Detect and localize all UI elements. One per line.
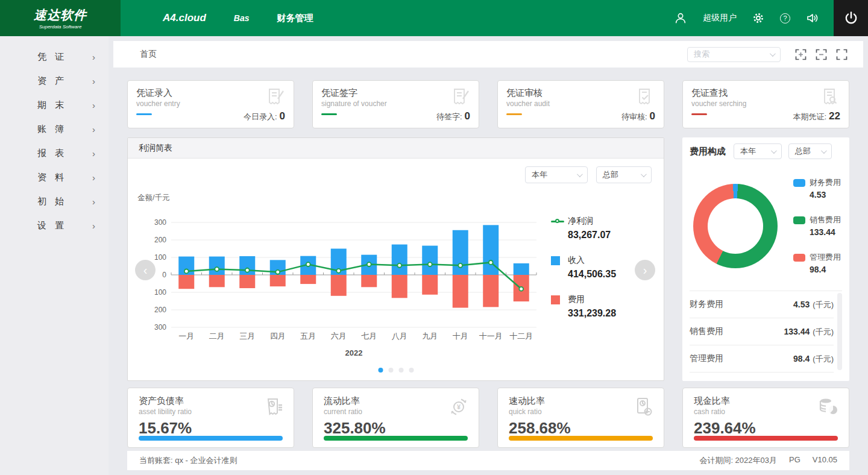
settings-gear-icon[interactable] (752, 12, 764, 24)
version-label: V10.05 (813, 455, 837, 466)
year-filter-select[interactable]: 本年 (525, 166, 588, 183)
zoom-out-icon[interactable] (816, 49, 827, 60)
ratio-bar (509, 436, 653, 441)
chevron-right-icon: › (92, 100, 95, 110)
stat-value: 0 (650, 110, 655, 122)
profit-panel-title: 利润简表 (128, 138, 664, 159)
ratio-bar (324, 436, 468, 441)
nav-product[interactable]: A4.cloud (163, 12, 206, 24)
table-scrollbar[interactable] (837, 293, 842, 370)
cash-ratio-icon (816, 395, 840, 418)
nav-finance-module[interactable]: 财务管理 (277, 13, 313, 24)
chart-prev-arrow[interactable]: ‹ (135, 260, 156, 280)
help-icon[interactable]: ? (780, 13, 790, 24)
pagination-dot[interactable] (378, 368, 383, 373)
pagination-dot[interactable] (398, 368, 403, 373)
chevron-right-icon: › (92, 124, 95, 134)
card-asset-liability-ratio[interactable]: 资产负债率 asset libility ratio 15.67% (127, 388, 294, 448)
svg-text:一月: 一月 (178, 332, 194, 341)
profit-bar-line-chart: 金额/千元3002001000100200300一月二月三月四月五月六月七月八月… (134, 184, 551, 362)
card-subtitle: current ratio (324, 407, 468, 416)
breadcrumb-home[interactable]: 首页 (140, 49, 157, 60)
card-title: 速动比率 (509, 395, 653, 407)
profit-chart-legend: 净利润 83,267.07 收入 414,506.35 费用 (551, 184, 639, 380)
chevron-down-icon (771, 148, 777, 154)
svg-text:八月: 八月 (392, 332, 407, 341)
ratio-value: 15.67% (139, 419, 283, 438)
user-icon[interactable] (674, 11, 687, 25)
search-placeholder: 搜索 (694, 49, 709, 60)
chart-next-arrow[interactable]: › (635, 260, 655, 280)
sidebar-item-reports[interactable]: 报 表› (0, 141, 108, 165)
svg-text:七月: 七月 (361, 332, 377, 341)
voucher-signature-icon (450, 86, 471, 108)
svg-text:九月: 九月 (422, 332, 438, 341)
card-current-ratio[interactable]: 流动比率 current ratio 325.80% ¥ (312, 388, 479, 448)
sidebar-item-voucher[interactable]: 凭 证› (0, 45, 108, 69)
ratio-bar (694, 436, 838, 441)
search-input[interactable]: 搜索 (687, 47, 781, 62)
sidebar-item-period-end[interactable]: 期 末› (0, 93, 108, 117)
chip-marker-icon (793, 179, 805, 187)
chevron-down-icon (821, 148, 827, 154)
status-footer: 当前账套: qx - 企业会计准则 会计期间: 2022年03月 PG V10.… (127, 451, 849, 470)
chevron-right-icon: › (92, 172, 95, 183)
svg-text:六月: 六月 (331, 332, 347, 341)
svg-text:200: 200 (154, 236, 166, 244)
username-label[interactable]: 超级用户 (703, 13, 737, 24)
svg-text:十月: 十月 (453, 332, 468, 341)
quick-ratio-icon (632, 395, 655, 418)
fullscreen-icon[interactable] (836, 49, 848, 60)
expense-org-select[interactable]: 总部 (788, 143, 832, 159)
card-voucher-entry[interactable]: 凭证录入 voucher entry 今日录入:0 (127, 80, 294, 128)
svg-text:100: 100 (154, 288, 166, 297)
pagination-dot[interactable] (409, 368, 414, 373)
svg-text:300: 300 (154, 323, 166, 332)
voucher-entry-icon (265, 86, 286, 108)
card-voucher-search[interactable]: 凭证查找 voucher serching 本期凭证:22 (682, 80, 849, 128)
stat-label: 本期凭证: (793, 112, 826, 121)
app-header: 速达软件 Superdata Software A4.cloud Bas 财务管… (0, 0, 868, 36)
card-title: 凭证查找 (691, 87, 840, 99)
svg-text:2022: 2022 (345, 348, 363, 357)
sidebar-item-initial[interactable]: 初 始› (0, 189, 108, 213)
svg-text:300: 300 (154, 218, 166, 227)
chip-marker-icon (793, 254, 805, 262)
card-voucher-audit[interactable]: 凭证审核 voucher audit 待审核:0 (497, 80, 664, 128)
stat-value: 0 (280, 110, 285, 122)
card-voucher-signature[interactable]: 凭证签字 signature of voucher 待签字:0 (312, 80, 479, 128)
stat-label: 今日录入: (244, 112, 277, 121)
zoom-in-icon[interactable] (795, 49, 807, 60)
org-filter-select[interactable]: 总部 (596, 166, 652, 183)
pagination-dot[interactable] (388, 368, 393, 373)
ratio-bar (139, 436, 283, 441)
svg-text:十二月: 十二月 (509, 332, 533, 341)
speaker-icon[interactable] (806, 12, 819, 24)
logout-power-button[interactable] (834, 0, 868, 36)
square-marker-icon (551, 256, 560, 265)
card-subtitle: voucher serching (691, 99, 840, 108)
nav-bas[interactable]: Bas (234, 13, 250, 23)
legend-income: 收入 414,506.35 (551, 255, 639, 280)
expense-year-select[interactable]: 本年 (734, 143, 782, 159)
sidebar-item-settings[interactable]: 设 置› (0, 213, 108, 238)
card-cash-ratio[interactable]: 现金比率 cash ratio 239.64% (682, 388, 849, 448)
chevron-down-icon (641, 171, 647, 177)
sidebar-item-data[interactable]: 资 料› (0, 165, 108, 189)
topbar: 首页 搜索 (113, 41, 863, 68)
card-subtitle: asset libility ratio (139, 407, 283, 416)
card-subtitle: quick ratio (509, 407, 653, 416)
chart-pagination (378, 368, 414, 373)
stat-value: 0 (465, 110, 470, 122)
header-right: 超级用户 ? (674, 0, 834, 36)
svg-text:200: 200 (154, 306, 166, 314)
card-title: 凭证签字 (321, 87, 470, 99)
stat-label: 待审核: (621, 112, 647, 121)
legend-finance-expense: 财务费用 4.53 (793, 177, 841, 200)
sidebar-item-books[interactable]: 账 簿› (0, 117, 108, 141)
card-quick-ratio[interactable]: 速动比率 quick ratio 258.68% (497, 388, 664, 448)
sidebar-item-assets[interactable]: 资 产› (0, 69, 108, 93)
svg-text:¥: ¥ (457, 403, 461, 411)
table-row: 管理费用 98.4(千元) (690, 345, 834, 373)
stat-label: 待签字: (436, 112, 462, 121)
